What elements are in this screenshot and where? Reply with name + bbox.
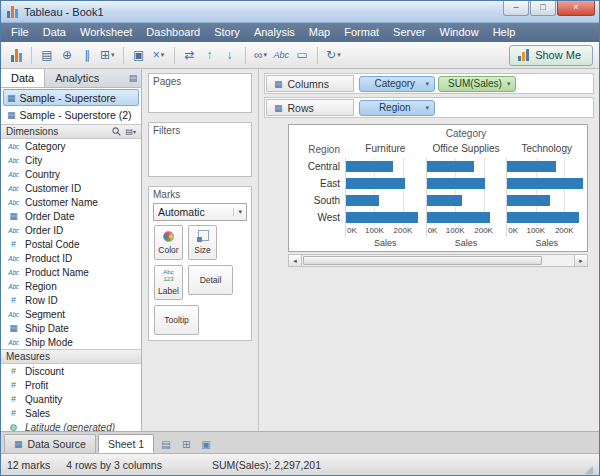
row-field-header[interactable]: Region (289, 141, 345, 158)
new-story-tab-icon[interactable]: ▣ (196, 435, 216, 453)
detail-button[interactable]: Detail (188, 265, 233, 295)
swap-axes-icon[interactable]: ⇄ (181, 45, 199, 65)
data-source-item-sample-superstore-2[interactable]: ▦Sample - Superstore (2) (3, 106, 139, 123)
show-me-button[interactable]: Show Me (509, 45, 593, 66)
field-latitude-generated[interactable]: ◍Latitude (generated) (1, 420, 141, 431)
field-city[interactable]: AbcCity (1, 153, 141, 167)
new-worksheet-tab-icon[interactable]: ▤ (156, 435, 176, 453)
field-region[interactable]: AbcRegion (1, 279, 141, 293)
menu-item-window[interactable]: Window (433, 23, 486, 42)
column-field-header[interactable]: Category (345, 125, 587, 141)
color-button[interactable]: Color (154, 225, 183, 260)
pill-region[interactable]: Region▾ (359, 100, 435, 116)
presentation-mode-icon[interactable]: ▭ (293, 45, 311, 65)
menu-item-server[interactable]: Server (386, 23, 432, 42)
field-order-date[interactable]: ▦Order Date (1, 209, 141, 223)
pages-shelf[interactable]: Pages (148, 73, 252, 113)
maximize-button[interactable]: □ (530, 1, 556, 16)
menu-item-format[interactable]: Format (337, 23, 386, 42)
field-ship-mode[interactable]: AbcShip Mode (1, 335, 141, 349)
bar-mark[interactable] (346, 195, 379, 206)
pause-updates-icon[interactable]: ∥ (78, 45, 96, 65)
sort-descending-icon[interactable]: ↓ (221, 45, 239, 65)
field-country[interactable]: AbcCountry (1, 167, 141, 181)
scroll-right-icon[interactable]: ► (574, 255, 587, 266)
bar-mark[interactable] (507, 161, 555, 172)
scrollbar-track[interactable] (302, 255, 574, 266)
menu-item-worksheet[interactable]: Worksheet (73, 23, 139, 42)
pill-category[interactable]: Category▾ (359, 76, 435, 92)
clear-sheet-icon[interactable]: ×▾ (150, 45, 168, 65)
field-segment[interactable]: AbcSegment (1, 307, 141, 321)
rows-shelf[interactable]: ▦ Rows Region▾ (264, 97, 594, 118)
menu-item-map[interactable]: Map (302, 23, 337, 42)
horizontal-scrollbar[interactable]: ◄ ► (288, 254, 588, 267)
tab-data[interactable]: Data (1, 69, 45, 87)
menu-item-analysis[interactable]: Analysis (247, 23, 302, 42)
field-customer-name[interactable]: AbcCustomer Name (1, 195, 141, 209)
field-postal-code[interactable]: #Postal Code (1, 237, 141, 251)
menu-item-story[interactable]: Story (207, 23, 247, 42)
column-header-furniture[interactable]: Furniture (345, 141, 426, 158)
menu-item-dashboard[interactable]: Dashboard (139, 23, 207, 42)
close-button[interactable]: × (557, 1, 595, 16)
view-options-icon[interactable]: ▤▾ (125, 127, 136, 136)
field-product-id[interactable]: AbcProduct ID (1, 251, 141, 265)
row-header-west[interactable]: West (289, 209, 345, 226)
bar-mark[interactable] (427, 212, 490, 223)
size-button[interactable]: Size (188, 225, 217, 260)
tooltip-button[interactable]: Tooltip (154, 305, 199, 335)
tab-data-source[interactable]: ▦ Data Source (4, 434, 96, 453)
data-source-item-sample-superstore[interactable]: ▦Sample - Superstore (3, 89, 139, 106)
group-members-icon[interactable]: ∞▾ (252, 45, 270, 65)
bar-mark[interactable] (507, 195, 549, 206)
tab-analytics[interactable]: Analytics (45, 69, 109, 87)
field-order-id[interactable]: AbcOrder ID (1, 223, 141, 237)
bar-mark[interactable] (507, 212, 579, 223)
row-header-east[interactable]: East (289, 175, 345, 192)
mark-type-dropdown[interactable]: Automatic ▾ (153, 203, 247, 221)
row-header-central[interactable]: Central (289, 158, 345, 175)
column-header-office-supplies[interactable]: Office Supplies (426, 141, 507, 158)
scrollbar-thumb[interactable] (303, 256, 542, 265)
new-worksheet-icon[interactable]: ⊞▾ (98, 45, 117, 65)
field-profit[interactable]: #Profit (1, 378, 141, 392)
column-header-technology[interactable]: Technology (506, 141, 587, 158)
collapse-pane-icon[interactable]: ▤ (125, 69, 141, 87)
field-category[interactable]: AbcCategory (1, 139, 141, 153)
field-quantity[interactable]: #Quantity (1, 392, 141, 406)
columns-shelf[interactable]: ▦ Columns Category▾SUM(Sales)▾ (264, 73, 594, 94)
show-mark-labels-icon[interactable]: Abc (272, 45, 292, 65)
bar-mark[interactable] (427, 178, 485, 189)
field-product-name[interactable]: AbcProduct Name (1, 265, 141, 279)
save-icon[interactable]: ▤ (38, 45, 56, 65)
sort-ascending-icon[interactable]: ↑ (201, 45, 219, 65)
new-dashboard-tab-icon[interactable]: ⊞ (176, 435, 196, 453)
bar-mark[interactable] (346, 212, 418, 223)
field-customer-id[interactable]: AbcCustomer ID (1, 181, 141, 195)
field-row-id[interactable]: #Row ID (1, 293, 141, 307)
bar-mark[interactable] (346, 161, 393, 172)
menu-item-file[interactable]: File (4, 23, 36, 42)
add-data-icon[interactable]: ⊕ (58, 45, 76, 65)
row-header-south[interactable]: South (289, 192, 345, 209)
field-discount[interactable]: #Discount (1, 364, 141, 378)
fit-selector-icon[interactable]: ↻▾ (324, 45, 343, 65)
tableau-logo-icon[interactable] (7, 45, 25, 65)
tab-sheet-1[interactable]: Sheet 1 (98, 434, 154, 453)
resize-grip[interactable]: ◢ (585, 464, 593, 475)
pill-sum-sales[interactable]: SUM(Sales)▾ (438, 76, 516, 92)
scroll-left-icon[interactable]: ◄ (289, 255, 302, 266)
minimize-button[interactable]: – (503, 1, 529, 16)
menu-item-data[interactable]: Data (36, 23, 73, 42)
field-sales[interactable]: #Sales (1, 406, 141, 420)
bar-mark[interactable] (507, 178, 582, 189)
field-ship-date[interactable]: ▦Ship Date (1, 321, 141, 335)
bar-mark[interactable] (427, 195, 463, 206)
filters-shelf[interactable]: Filters (148, 122, 252, 177)
bar-mark[interactable] (427, 161, 475, 172)
label-button[interactable]: Abc123 Label (154, 265, 183, 300)
duplicate-sheet-icon[interactable]: ▣ (130, 45, 148, 65)
bar-mark[interactable] (346, 178, 405, 189)
menu-item-help[interactable]: Help (486, 23, 523, 42)
